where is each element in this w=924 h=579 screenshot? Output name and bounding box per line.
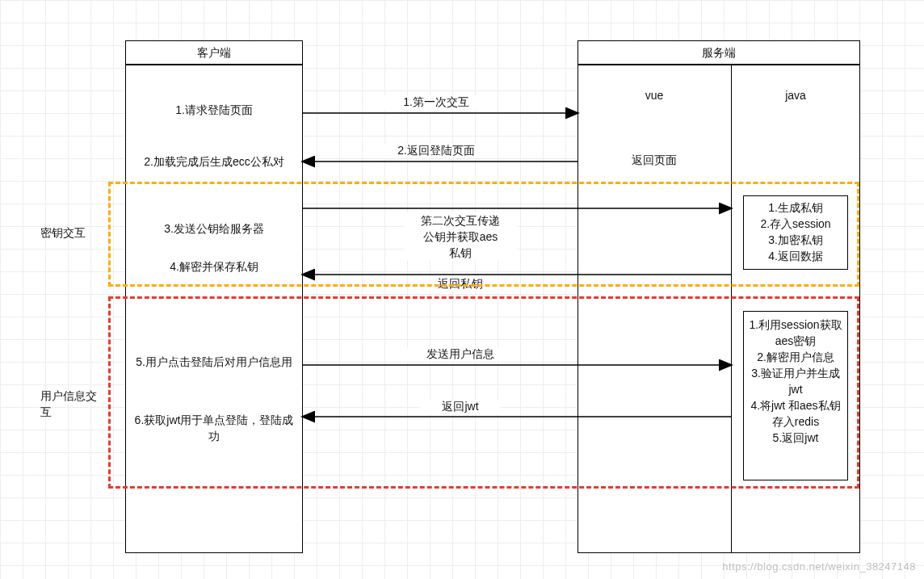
group-key-exchange (108, 182, 859, 287)
group-user-info-label: 用户信息交 互 (40, 388, 97, 420)
arrow1-label: 1.第一次交互 (380, 95, 493, 110)
watermark: https://blog.csdn.net/weixin_38247148 (722, 560, 916, 573)
group-user-info-l1: 用户信息交 (40, 388, 97, 404)
arrow2-label: 2.返回登陆页面 (380, 144, 493, 158)
group-key-exchange-label: 密钥交互 (40, 226, 86, 241)
group-user-info-l2: 互 (40, 404, 97, 420)
group-user-info (108, 296, 859, 489)
